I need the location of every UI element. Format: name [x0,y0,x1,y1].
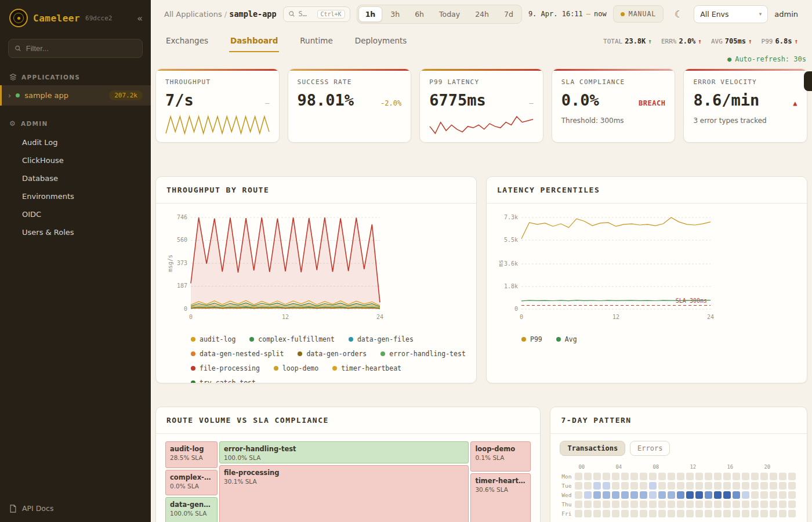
sidebar-collapse-icon[interactable]: « [137,13,143,24]
heatmap-cell[interactable] [760,501,768,508]
heatmap-cell[interactable] [788,510,796,517]
heatmap-cell[interactable] [705,482,712,490]
heatmap-cell[interactable] [770,482,777,490]
treemap-cell-data-gen-files[interactable]: data-gen-files100.0% SLA [165,497,217,522]
heatmap-cell[interactable] [788,482,796,490]
legend-item-data-gen-files[interactable]: data-gen-files [349,335,414,343]
heatmap-cell[interactable] [705,473,712,480]
heatmap-cell[interactable] [621,482,629,490]
dark-mode-toggle[interactable]: ☾ [670,5,687,23]
heatmap-cell[interactable] [630,473,638,480]
heatmap-cell[interactable] [686,482,694,490]
heatmap-cell[interactable] [770,473,777,480]
heatmap-cell[interactable] [760,510,768,517]
edge-tab[interactable] [804,71,812,91]
heatmap-cell[interactable] [621,491,629,499]
heatmap-cell[interactable] [668,482,675,490]
heatmap-cell[interactable] [733,491,740,499]
heatmap-cell[interactable] [612,501,619,508]
heatmap-cell[interactable] [668,501,675,508]
breadcrumb-root[interactable]: All Applications [164,10,222,19]
legend-item-complex-fulfillment[interactable]: complex-fulfillment [249,335,335,343]
heatmap-cell[interactable] [779,510,786,517]
global-search[interactable]: Ctrl+K [283,6,350,22]
heatmap-cell[interactable] [705,510,712,517]
heatmap-cell[interactable] [714,473,722,480]
time-range-3h[interactable]: 3h [383,6,407,22]
heatmap-cell[interactable] [649,501,657,508]
time-range-7d[interactable]: 7d [497,6,520,22]
heatmap-cell[interactable] [779,491,786,499]
heatmap-cell[interactable] [723,473,731,480]
heatmap-cell[interactable] [751,482,759,490]
heatmap-cell[interactable] [686,501,694,508]
heatmap-cell[interactable] [640,491,647,499]
heatmap-cell[interactable] [751,491,759,499]
heatmap-cell[interactable] [686,510,694,517]
heatmap-cell[interactable] [630,482,638,490]
heatmap-cell[interactable] [584,482,592,490]
heatmap-cell[interactable] [658,473,666,480]
heatmap-cell[interactable] [770,501,777,508]
treemap-cell-error-handling-test[interactable]: error-handling-test100.0% SLA [219,441,469,463]
search-input[interactable] [299,10,314,18]
heatmap-cell[interactable] [603,501,610,508]
heatmap-cell[interactable] [677,491,684,499]
heatmap-cell[interactable] [723,510,731,517]
heatmap-cell[interactable] [658,501,666,508]
treemap-cell-complex-fulfillment[interactable]: complex-fulfil…0.0% SLA [165,470,217,495]
time-range-6h[interactable]: 6h [408,6,431,22]
heatmap-cell[interactable] [705,491,712,499]
heatmap-cell[interactable] [733,510,740,517]
sidebar-item-database[interactable]: Database [0,169,151,187]
heatmap-cell[interactable] [640,501,647,508]
heatmap-cell[interactable] [640,473,647,480]
sidebar-item-audit-log[interactable]: Audit Log [0,133,151,151]
manual-refresh-button[interactable]: MANUAL [613,5,664,23]
heatmap-cell[interactable] [668,491,675,499]
heatmap-cell[interactable] [630,501,638,508]
legend-item-p99[interactable]: P99 [521,335,542,343]
heatmap-cell[interactable] [593,473,601,480]
heatmap-cell[interactable] [575,491,582,499]
heatmap-cell[interactable] [649,510,657,517]
sidebar-item-users-roles[interactable]: Users & Roles [0,223,151,241]
heatmap-cell[interactable] [621,501,629,508]
heatmap-cell[interactable] [779,482,786,490]
sidebar-item-clickhouse[interactable]: ClickHouse [0,151,151,169]
sidebar-item-environments[interactable]: Environments [0,187,151,205]
time-range-today[interactable]: Today [432,6,467,22]
heatmap-cell[interactable] [770,510,777,517]
heatmap-cell[interactable] [677,473,684,480]
treemap-cell-loop-demo[interactable]: loop-demo0.1% SLA [470,441,531,472]
heatmap-cell[interactable] [603,473,610,480]
heatmap-cell[interactable] [603,491,610,499]
heatmap-cell[interactable] [714,510,722,517]
heatmap-cell[interactable] [621,510,629,517]
heatmap-cell[interactable] [668,510,675,517]
sidebar-item-oidc[interactable]: OIDC [0,205,151,223]
legend-item-error-handling-test[interactable]: error-handling-test [380,350,466,358]
time-range-1h[interactable]: 1h [358,6,383,22]
heatmap-cell[interactable] [733,501,740,508]
heatmap-cell[interactable] [751,473,759,480]
heatmap-cell[interactable] [779,473,786,480]
legend-item-loop-demo[interactable]: loop-demo [274,364,318,372]
heatmap-cell[interactable] [705,501,712,508]
heatmap-cell[interactable] [760,482,768,490]
legend-item-data-gen-orders[interactable]: data-gen-orders [298,350,367,358]
heatmap-cell[interactable] [751,510,759,517]
heatmap-cell[interactable] [714,501,722,508]
heatmap-cell[interactable] [686,491,694,499]
heatmap-cell[interactable] [612,482,619,490]
heatmap-cell[interactable] [658,491,666,499]
heatmap-cell[interactable] [723,501,731,508]
heatmap-cell[interactable] [658,482,666,490]
legend-item-avg[interactable]: Avg [556,335,577,343]
legend-item-data-gen-nested-split[interactable]: data-gen-nested-split [191,350,284,358]
treemap-cell-file-processing[interactable]: file-processing30.1% SLA [219,465,469,522]
heatmap-cell[interactable] [733,473,740,480]
heatmap-cell[interactable] [760,473,768,480]
heatmap-cell[interactable] [723,491,731,499]
heatmap-cell[interactable] [603,482,610,490]
